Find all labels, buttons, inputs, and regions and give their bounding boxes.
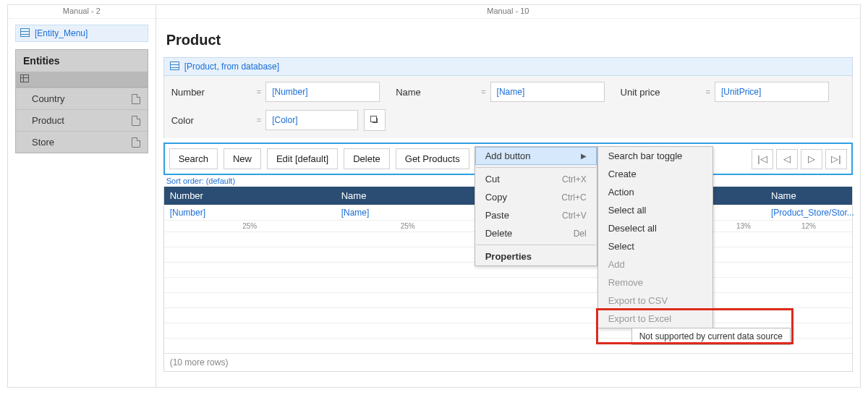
last-icon: ▷| — [831, 153, 841, 164]
mi-label: Deselect all — [608, 223, 657, 234]
pct-far1: 13% — [722, 221, 765, 232]
entities-iconrow — [16, 72, 148, 88]
mi-select[interactable]: Select — [598, 237, 712, 255]
mi-export-csv[interactable]: Export to CSV — [598, 292, 712, 310]
mi-label: Select all — [608, 205, 647, 216]
mi-paste[interactable]: Paste Ctrl+V — [475, 206, 597, 224]
table-row[interactable] — [164, 307, 852, 323]
entity-item-country[interactable]: Country — [16, 88, 148, 109]
table-icon — [20, 28, 30, 38]
mi-label: Properties — [485, 251, 532, 262]
entity-item-label: Country — [32, 93, 65, 104]
mi-properties[interactable]: Properties — [475, 247, 597, 266]
unitprice-field[interactable]: [UnitPrice] — [715, 82, 829, 102]
mi-search-bar-toggle[interactable]: Search bar toggle — [598, 147, 712, 165]
chevron-right-icon: ▶ — [581, 152, 587, 160]
mi-label: Action — [608, 187, 634, 198]
mi-label: Remove — [608, 277, 643, 288]
first-icon: |◁ — [757, 153, 767, 164]
color-picker-button[interactable] — [364, 109, 386, 131]
nav-group: |◁ ◁ ▷ ▷| — [749, 149, 847, 169]
right-pane: Manual - 10 Product [Product, from datab… — [156, 5, 860, 387]
mi-shortcut: Ctrl+V — [562, 211, 587, 221]
mi-label: Export to CSV — [608, 295, 668, 306]
color-field[interactable]: [Color] — [265, 110, 358, 130]
equals-icon: = — [706, 88, 710, 96]
mi-remove[interactable]: Remove — [598, 273, 712, 292]
mi-action[interactable]: Action — [598, 183, 712, 201]
equals-icon: = — [257, 116, 261, 124]
delete-button[interactable]: Delete — [344, 148, 390, 169]
mi-create[interactable]: Create — [598, 165, 712, 183]
mi-shortcut: Del — [574, 229, 587, 239]
col-name-header[interactable]: Name — [336, 187, 480, 205]
equals-icon: = — [257, 88, 261, 96]
mi-shortcut: Ctrl+X — [562, 174, 587, 184]
grid-footer: (10 more rows) — [164, 353, 852, 371]
context-menu-add-button: Search bar toggle Create Action Select a… — [597, 146, 713, 328]
mi-label: Create — [608, 169, 637, 179]
mi-label: Add — [608, 259, 625, 270]
mi-add[interactable]: Add — [598, 255, 712, 273]
mi-deselect-all[interactable]: Deselect all — [598, 219, 712, 237]
name-field[interactable]: [Name] — [490, 82, 605, 102]
next-icon: ▷ — [808, 153, 815, 164]
mi-label: Select — [608, 241, 634, 252]
mi-label: Cut — [485, 174, 500, 184]
mi-label: Export to Excel — [608, 313, 671, 324]
table-row[interactable] — [164, 277, 852, 292]
pct1: 25% — [164, 221, 336, 232]
col-number-header[interactable]: Number — [164, 187, 336, 205]
datasource-icon — [170, 61, 180, 72]
color-label: Color — [171, 115, 252, 126]
entities-box: Entities Country Product Store — [15, 49, 148, 153]
prev-icon: ◁ — [783, 153, 791, 164]
nav-next-button[interactable]: ▷ — [801, 149, 822, 169]
tab-right[interactable]: Manual - 10 — [156, 5, 860, 19]
entity-menu-link[interactable]: [Entity_Menu] — [15, 25, 148, 42]
edit-button[interactable]: Edit [default] — [267, 148, 338, 169]
form-area: Number = [Number] Name = [Name] Unit pri… — [163, 76, 853, 138]
left-pane: Manual - 2 [Entity_Menu] Entities Countr… — [8, 5, 156, 387]
cell-relation: [Product_Store/Stor... — [765, 205, 852, 220]
mi-label: Search bar toggle — [608, 150, 683, 161]
new-button[interactable]: New — [224, 148, 261, 169]
number-label: Number — [171, 87, 252, 98]
page-title: Product — [156, 19, 860, 57]
cell-name: [Name] — [336, 205, 480, 220]
name-label: Name — [396, 87, 477, 98]
unitprice-label: Unit price — [621, 87, 702, 98]
mi-cut[interactable]: Cut Ctrl+X — [475, 170, 597, 188]
nav-last-button[interactable]: ▷| — [825, 149, 847, 169]
search-button[interactable]: Search — [169, 148, 218, 169]
get-products-button[interactable]: Get Products — [396, 148, 469, 169]
mi-copy[interactable]: Copy Ctrl+C — [475, 188, 597, 206]
tab-left[interactable]: Manual - 2 — [8, 5, 156, 19]
nav-prev-button[interactable]: ◁ — [776, 149, 798, 169]
entity-item-product[interactable]: Product — [16, 109, 148, 131]
mi-label: Add button — [485, 150, 531, 161]
entities-title: Entities — [16, 50, 148, 72]
tooltip-not-supported: Not supported by current data source — [631, 328, 791, 345]
nav-first-button[interactable]: |◁ — [752, 149, 773, 169]
mi-select-all[interactable]: Select all — [598, 201, 712, 219]
entity-item-store[interactable]: Store — [16, 131, 148, 153]
entity-menu-label: [Entity_Menu] — [35, 28, 88, 38]
entity-item-label: Product — [32, 115, 64, 126]
number-field[interactable]: [Number] — [265, 82, 380, 102]
cell-number: [Number] — [164, 205, 336, 220]
mi-add-button[interactable]: Add button ▶ — [475, 147, 597, 165]
entity-item-label: Store — [32, 137, 54, 148]
mi-export-excel[interactable]: Export to Excel — [598, 310, 712, 328]
table-row[interactable] — [164, 292, 852, 307]
pct2: 25% — [336, 221, 480, 232]
mi-label: Paste — [485, 210, 509, 221]
datasource-bar[interactable]: [Product, from database] — [163, 57, 853, 76]
menu-separator — [476, 245, 596, 245]
app-frame: Manual - 2 [Entity_Menu] Entities Countr… — [7, 4, 861, 388]
mi-delete[interactable]: Delete Del — [475, 224, 597, 242]
col-name2-header[interactable]: Name — [765, 187, 852, 205]
file-icon — [132, 137, 140, 148]
equals-icon: = — [481, 88, 485, 96]
menu-separator — [476, 167, 596, 168]
